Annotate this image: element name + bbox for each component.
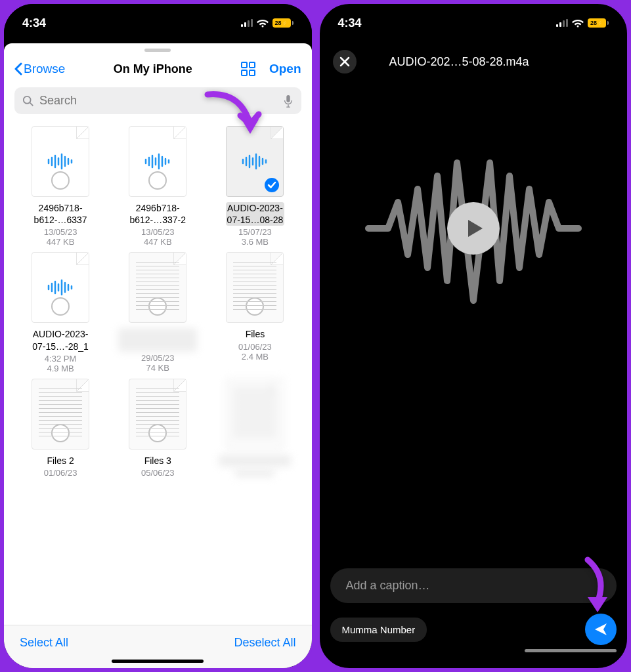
svg-rect-0 (241, 24, 243, 27)
signal-icon (556, 18, 568, 28)
battery-icon: 28⚡ (272, 18, 294, 28)
wifi-icon (257, 18, 269, 28)
file-thumb-audio (32, 126, 89, 197)
file-thumb-doc (129, 379, 186, 450)
file-date: 29/05/23 (141, 353, 175, 363)
file-date: 01/06/23 (238, 342, 272, 352)
file-item[interactable]: 29/05/23 74 KB (112, 252, 204, 373)
audio-wave-icon (47, 152, 74, 171)
file-name: AUDIO-2023-07-15…-28_1 (32, 328, 89, 352)
audio-wave-icon (241, 152, 269, 171)
file-size: 2.4 MB (242, 352, 269, 362)
selection-circle (246, 297, 264, 316)
file-name: AUDIO-2023-07-15…08-28 (226, 202, 285, 226)
svg-line-9 (30, 102, 33, 106)
file-item[interactable]: 2496b718-b612-…6337 13/05/23 447 KB (14, 126, 106, 247)
search-input[interactable] (39, 94, 278, 108)
file-date-redacted (235, 469, 274, 477)
svg-rect-47 (566, 19, 568, 27)
send-button[interactable] (585, 614, 617, 645)
svg-point-8 (24, 96, 31, 103)
chevron-left-icon (14, 62, 22, 75)
file-size: 447 KB (47, 237, 75, 247)
svg-rect-3 (251, 19, 253, 27)
search-icon (22, 95, 34, 107)
file-name: Files (246, 328, 265, 340)
audio-wave-icon (144, 152, 171, 171)
file-thumb-audio (226, 126, 284, 197)
preview-header: AUDIO-202…5-08-28.m4a (320, 39, 628, 84)
file-item-selected[interactable]: AUDIO-2023-07-15…08-28 15/07/23 3.6 MB (209, 126, 301, 247)
file-size: 4.9 MB (47, 364, 74, 373)
file-item[interactable]: Files 01/06/23 2.4 MB (209, 252, 301, 373)
deselect-all-button[interactable]: Deselect All (234, 636, 295, 650)
status-time: 4:34 (22, 16, 46, 30)
file-thumb-audio (32, 252, 89, 323)
selection-circle (51, 297, 70, 316)
svg-rect-10 (286, 94, 290, 102)
search-bar[interactable] (14, 87, 301, 114)
select-all-button[interactable]: Select All (20, 636, 68, 650)
file-date: 15/07/23 (238, 227, 272, 237)
file-date: 4:32 PM (45, 354, 76, 364)
files-grid: 2496b718-b612-…6337 13/05/23 447 KB 2496… (4, 121, 312, 625)
send-icon (594, 622, 608, 637)
file-item[interactable] (209, 379, 301, 478)
selection-circle (51, 424, 70, 442)
close-icon (339, 56, 350, 67)
file-name-redacted (219, 455, 291, 467)
status-icons: 28⚡ (241, 18, 294, 28)
file-name: Files 2 (47, 455, 74, 467)
file-thumb-doc (32, 379, 89, 450)
svg-rect-45 (559, 22, 561, 27)
file-size: 447 KB (144, 237, 172, 247)
svg-marker-50 (468, 220, 483, 237)
wifi-icon (572, 18, 584, 28)
file-name: 2496b718-b612-…6337 (34, 202, 87, 226)
home-indicator[interactable] (525, 649, 617, 652)
file-item[interactable]: Files 3 05/06/23 (112, 379, 204, 478)
caption-input[interactable]: Add a caption… (330, 568, 617, 603)
svg-rect-44 (556, 24, 558, 27)
file-size: 3.6 MB (242, 237, 269, 247)
svg-rect-6 (242, 70, 247, 75)
svg-rect-46 (563, 20, 565, 27)
files-header: Browse On My iPhone Open (4, 54, 312, 83)
svg-rect-4 (242, 62, 247, 68)
close-button[interactable] (333, 50, 357, 74)
files-picker-sheet: Browse On My iPhone Open 2496b718-b612-…… (4, 43, 312, 668)
svg-rect-5 (250, 62, 255, 68)
selection-circle (148, 171, 167, 190)
file-date: 01/06/23 (44, 468, 77, 478)
selection-circle (148, 424, 167, 442)
sheet-handle[interactable] (144, 49, 171, 52)
file-size: 74 KB (146, 363, 169, 373)
file-item[interactable]: AUDIO-2023-07-15…-28_1 4:32 PM 4.9 MB (14, 252, 106, 373)
grid-view-icon[interactable] (240, 61, 256, 77)
file-thumb-doc (129, 252, 186, 323)
file-item[interactable]: 2496b718-b612-…337-2 13/05/23 447 KB (112, 126, 204, 247)
checkmark-icon (265, 178, 279, 192)
open-button[interactable]: Open (269, 62, 301, 76)
file-name-redacted (118, 328, 197, 352)
file-name: Files 3 (144, 455, 171, 467)
file-item[interactable]: Files 2 01/06/23 (14, 379, 106, 478)
preview-filename: AUDIO-202…5-08-28.m4a (389, 55, 529, 69)
page-title: On My iPhone (114, 62, 192, 76)
file-thumb-audio (129, 126, 186, 197)
svg-rect-2 (248, 20, 250, 27)
svg-rect-1 (244, 22, 246, 27)
play-button[interactable] (447, 202, 500, 255)
back-button[interactable]: Browse (14, 62, 65, 76)
status-bar: 4:34 28⚡ (320, 4, 628, 39)
file-date: 13/05/23 (44, 227, 77, 237)
svg-rect-7 (250, 70, 255, 75)
file-thumb-doc (226, 252, 284, 323)
battery-icon: 28⚡ (588, 18, 609, 28)
recipient-chip[interactable]: Mumma Number (330, 618, 427, 642)
mic-icon[interactable] (283, 94, 294, 108)
file-date: 13/05/23 (141, 227, 175, 237)
file-date: 05/06/23 (141, 468, 175, 478)
play-icon (465, 219, 485, 238)
home-indicator[interactable] (112, 660, 204, 663)
